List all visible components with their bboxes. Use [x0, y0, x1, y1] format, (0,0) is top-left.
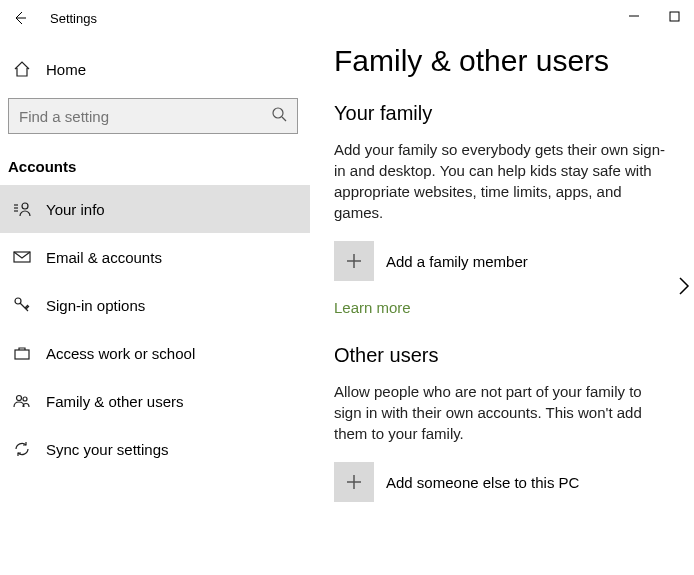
search-box[interactable]	[8, 98, 298, 134]
sidebar-item-label: Sign-in options	[46, 297, 145, 314]
sidebar-item-work-school[interactable]: Access work or school	[0, 329, 310, 377]
chevron-right-icon	[678, 276, 690, 296]
briefcase-icon	[12, 344, 32, 362]
people-icon	[12, 392, 32, 410]
family-heading: Your family	[334, 102, 670, 125]
titlebar: Settings	[0, 0, 310, 36]
other-users-description: Allow people who are not part of your fa…	[334, 381, 670, 444]
sidebar-item-label: Access work or school	[46, 345, 195, 362]
mail-icon	[12, 248, 32, 266]
plus-icon	[345, 252, 363, 270]
svg-rect-9	[15, 350, 29, 359]
sidebar: Settings Home Accounts Your info Email &…	[0, 0, 310, 575]
arrow-left-icon	[12, 10, 28, 26]
back-button[interactable]	[8, 6, 32, 30]
sidebar-item-label: Email & accounts	[46, 249, 162, 266]
home-icon	[12, 60, 32, 78]
sidebar-item-signin-options[interactable]: Sign-in options	[0, 281, 310, 329]
sidebar-item-sync[interactable]: Sync your settings	[0, 425, 310, 473]
sidebar-item-label: Family & other users	[46, 393, 184, 410]
add-other-label: Add someone else to this PC	[386, 474, 579, 491]
sidebar-item-your-info[interactable]: Your info	[0, 185, 310, 233]
maximize-icon	[669, 11, 680, 22]
svg-point-3	[22, 203, 28, 209]
svg-point-11	[23, 397, 27, 401]
app-title: Settings	[50, 11, 97, 26]
key-icon	[12, 296, 32, 314]
search-container	[0, 90, 310, 142]
home-nav[interactable]: Home	[0, 48, 310, 90]
plus-tile	[334, 241, 374, 281]
add-family-member-button[interactable]: Add a family member	[334, 241, 670, 281]
search-icon	[271, 106, 287, 126]
minimize-icon	[628, 10, 640, 22]
add-other-user-button[interactable]: Add someone else to this PC	[334, 462, 670, 502]
svg-line-2	[282, 117, 286, 121]
minimize-button[interactable]	[614, 0, 654, 32]
family-description: Add your family so everybody gets their …	[334, 139, 670, 223]
svg-point-10	[17, 396, 22, 401]
category-heading: Accounts	[0, 142, 310, 185]
person-badge-icon	[12, 200, 32, 218]
sidebar-item-family-users[interactable]: Family & other users	[0, 377, 310, 425]
sidebar-item-label: Sync your settings	[46, 441, 169, 458]
page-title: Family & other users	[334, 44, 670, 78]
plus-icon	[345, 473, 363, 491]
other-users-heading: Other users	[334, 344, 670, 367]
search-input[interactable]	[19, 108, 271, 125]
sync-icon	[12, 440, 32, 458]
plus-tile	[334, 462, 374, 502]
main-content: Family & other users Your family Add you…	[310, 0, 694, 575]
next-button[interactable]	[678, 276, 690, 300]
add-family-label: Add a family member	[386, 253, 528, 270]
svg-rect-17	[670, 12, 679, 21]
sidebar-item-email-accounts[interactable]: Email & accounts	[0, 233, 310, 281]
svg-point-1	[273, 108, 283, 118]
sidebar-item-label: Your info	[46, 201, 105, 218]
maximize-button[interactable]	[654, 0, 694, 32]
home-label: Home	[46, 61, 86, 78]
learn-more-link[interactable]: Learn more	[334, 299, 411, 316]
window-controls	[614, 0, 694, 32]
